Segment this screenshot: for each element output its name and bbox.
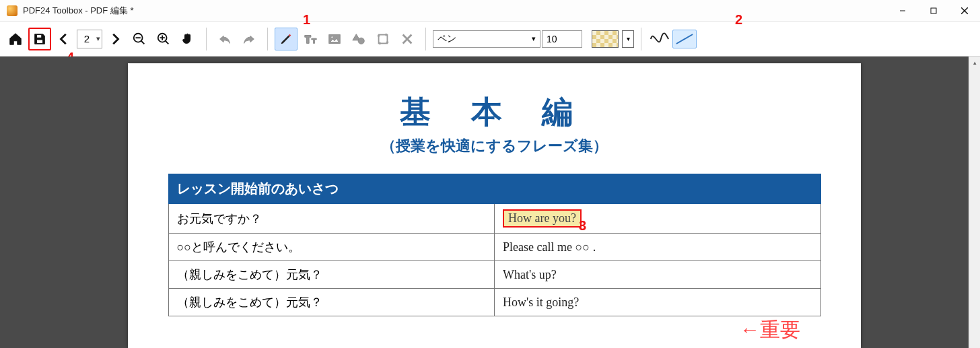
document-viewport[interactable]: 基 本 編 （授業を快適にするフレーズ集） レッスン開始前のあいさつ お元気です…	[0, 57, 980, 348]
undo-button[interactable]	[213, 28, 236, 50]
straight-line-button[interactable]	[672, 30, 697, 48]
pan-hand-button[interactable]	[176, 28, 199, 50]
stroke-size-input[interactable]: 10	[542, 30, 582, 48]
vertical-scrollbar[interactable]: ▴	[969, 57, 980, 348]
pdf-page: 基 本 編 （授業を快適にするフレーズ集） レッスン開始前のあいさつ お元気です…	[128, 63, 861, 348]
maximize-button[interactable]	[918, 0, 949, 21]
shape-tool-button[interactable]	[347, 28, 370, 50]
phrase-table: レッスン開始前のあいさつ お元気ですか？ How are you? ○○と呼んで…	[168, 174, 821, 316]
main-toolbar: 2 ▾ ペン ▾ 10	[0, 22, 980, 57]
crop-tool-button[interactable]	[372, 28, 394, 50]
window-controls	[887, 0, 980, 21]
left-gutter	[0, 57, 128, 348]
scroll-up-button[interactable]: ▴	[969, 57, 980, 68]
zoom-in-button[interactable]	[152, 28, 175, 50]
color-dropdown-button[interactable]: ▾	[622, 30, 634, 48]
cell-en: How's it going?	[495, 289, 821, 316]
cell-jp: （親しみをこめて）元気？	[168, 261, 495, 289]
svg-rect-9	[379, 34, 388, 43]
close-button[interactable]	[949, 0, 980, 21]
table-row: お元気ですか？ How are you?	[168, 204, 820, 234]
prev-page-button[interactable]	[53, 28, 75, 50]
zoom-out-button[interactable]	[128, 28, 151, 50]
app-icon	[7, 5, 18, 16]
pen-style-dropdown[interactable]: ペン ▾	[433, 30, 540, 48]
svg-rect-1	[36, 34, 41, 38]
cell-en: Please call me ○○ .	[495, 234, 821, 261]
text-tool-button[interactable]	[299, 28, 322, 50]
titlebar: PDF24 Toolbox - PDF 編集 *	[0, 0, 980, 22]
highlighted-text[interactable]: How are you?	[503, 209, 582, 228]
svg-rect-0	[931, 8, 936, 13]
window-title: PDF24 Toolbox - PDF 編集 *	[23, 5, 133, 17]
page-number-value: 2	[81, 33, 92, 44]
freehand-curve-button[interactable]	[648, 28, 671, 50]
svg-rect-2	[36, 39, 42, 42]
handwritten-annotation: ←重要	[740, 316, 800, 344]
section-header: レッスン開始前のあいさつ	[168, 174, 820, 204]
table-row: ○○と呼んでください。 Please call me ○○ .	[168, 234, 820, 261]
cell-en: How are you?	[495, 204, 821, 234]
cell-jp: （親しみをこめて）元気？	[168, 289, 495, 316]
cell-jp: お元気ですか？	[168, 204, 495, 234]
doc-title: 基 本 編	[400, 92, 589, 133]
svg-point-6	[331, 36, 333, 38]
delete-tool-button[interactable]	[396, 28, 419, 50]
save-button[interactable]	[28, 28, 51, 50]
minimize-button[interactable]	[887, 0, 918, 21]
chevron-down-icon: ▾	[96, 34, 100, 43]
pen-style-value: ペン	[438, 33, 456, 45]
home-button[interactable]	[4, 28, 27, 50]
image-tool-button[interactable]	[323, 28, 346, 50]
cell-en: What's up?	[495, 261, 821, 289]
svg-point-8	[358, 38, 364, 44]
next-page-button[interactable]	[104, 28, 127, 50]
pen-tool-button[interactable]	[275, 28, 298, 50]
line-icon	[676, 34, 693, 44]
table-row: （親しみをこめて）元気？ How's it going?	[168, 289, 820, 316]
right-gutter	[861, 57, 969, 348]
chevron-down-icon: ▾	[532, 34, 536, 43]
doc-subtitle: （授業を快適にするフレーズ集）	[381, 136, 608, 156]
redo-button[interactable]	[238, 28, 260, 50]
stroke-size-value: 10	[547, 34, 557, 44]
cell-jp: ○○と呼んでください。	[168, 234, 495, 261]
table-row: （親しみをこめて）元気？ What's up?	[168, 261, 820, 289]
color-swatch[interactable]	[592, 30, 619, 48]
page-number-input[interactable]: 2 ▾	[77, 30, 102, 48]
